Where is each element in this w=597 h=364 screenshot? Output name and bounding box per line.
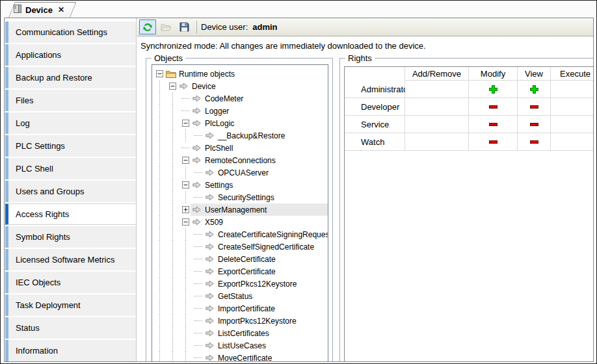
tree-node-body: DeleteCertificate (204, 253, 328, 265)
rights-cell-administrator-modify[interactable] (469, 81, 518, 98)
rights-cell-administrator-add-remove[interactable] (405, 81, 469, 98)
rights-cell-developer-modify[interactable] (469, 98, 518, 116)
tree-node-getstatus[interactable]: GetStatus (152, 290, 328, 302)
sidebar-item-users-and-groups[interactable]: Users and Groups (5, 181, 136, 202)
tree-node-runtime-objects[interactable]: Runtime objects (152, 68, 328, 80)
tree-node-body: MoveCertificate (204, 352, 328, 362)
tree-node-label: SecuritySettings (218, 193, 277, 202)
rights-cell-developer-view[interactable] (518, 98, 551, 116)
tree-node-label: OPCUAServer (218, 168, 271, 177)
tree-node-deletecertificate[interactable]: DeleteCertificate (152, 253, 328, 265)
arrow-icon (204, 194, 215, 201)
rights-cell-developer-execute[interactable] (551, 98, 594, 116)
tree-node-listusecases[interactable]: ListUseCases (152, 339, 328, 352)
rights-cell-watch-execute[interactable] (551, 133, 594, 151)
save-button[interactable] (176, 20, 192, 34)
sidebar-item-applications[interactable]: Applications (5, 44, 136, 66)
sync-mode-status: Synchronized mode: All changes are immed… (140, 41, 426, 51)
tree-node-body: ExportCertificate (204, 265, 328, 278)
arrow-icon (204, 243, 215, 250)
tree-node-plcshell[interactable]: PlcShell (152, 142, 328, 154)
expander-plus-icon[interactable] (180, 203, 191, 216)
sidebar-item-information[interactable]: Information (5, 340, 136, 361)
close-icon[interactable]: ✕ (57, 5, 64, 14)
arrow-icon (191, 206, 202, 213)
sidebar-item-access-rights[interactable]: Access Rights (5, 203, 136, 225)
toolbar-buttons (139, 20, 194, 34)
tree-node-exportcertificate[interactable]: ExportCertificate (152, 265, 328, 278)
tree-node-remoteconnections[interactable]: RemoteConnections (152, 154, 328, 166)
rights-cell-administrator-view[interactable] (518, 81, 551, 98)
sidebar-item-symbol-rights[interactable]: Symbol Rights (5, 226, 136, 248)
sidebar-item-label: PLC Settings (16, 141, 65, 151)
rights-cell-watch-add-remove[interactable] (405, 133, 469, 151)
sidebar-item-label: Applications (16, 50, 61, 60)
tree-node-importcertificate[interactable]: ImportCertificate (152, 302, 328, 315)
tree-leaf-connector (193, 228, 204, 240)
sidebar-item-communication-settings[interactable]: Communication Settings (5, 21, 136, 43)
rights-cell-watch-view[interactable] (518, 133, 551, 151)
tree-node-backup-restore[interactable]: __Backup&Restore (152, 129, 328, 142)
sidebar-item-files[interactable]: Files (5, 90, 136, 111)
tree-indent-guide (154, 105, 167, 117)
tree-node-label: ImportCertificate (218, 304, 278, 313)
tree-node-device[interactable]: Device (152, 80, 328, 92)
expander-minus-icon[interactable] (180, 216, 191, 228)
tree-node-label: ListCertificates (218, 329, 272, 338)
tree-node-settings[interactable]: Settings (152, 179, 328, 191)
sidebar-item-log[interactable]: Log (5, 112, 136, 134)
sidebar-item-plc-shell[interactable]: PLC Shell (5, 158, 136, 179)
tree-node-securitysettings[interactable]: SecuritySettings (152, 191, 328, 203)
tree-node-logger[interactable]: Logger (152, 105, 328, 117)
tree-indent-guide (167, 352, 180, 362)
open-folder-button[interactable] (157, 20, 174, 34)
refresh-button[interactable] (139, 20, 156, 34)
sidebar-item-plc-settings[interactable]: PLC Settings (5, 135, 136, 157)
expander-minus-icon[interactable] (180, 179, 191, 191)
arrow-icon (204, 330, 215, 337)
tree-node-usermanagement[interactable]: UserManagement (152, 203, 328, 216)
tree-leaf-connector (193, 327, 204, 339)
sidebar-item-licensed-software-metrics[interactable]: Licensed Software Metrics (5, 249, 136, 270)
tree-node-label: PlcShell (205, 144, 235, 153)
arrow-icon (204, 231, 215, 238)
rights-cell-service-add-remove[interactable] (405, 116, 469, 133)
tree-node-plclogic[interactable]: PlcLogic (152, 117, 328, 129)
tree-node-opcuaserver[interactable]: OPCUAServer (152, 166, 328, 179)
tree-node-listcertificates[interactable]: ListCertificates (152, 327, 328, 339)
tree-node-createselfsignedcertificate[interactable]: CreateSelfSignedCertificate (152, 240, 328, 253)
tree-indent-guide (154, 339, 167, 352)
sidebar-item-iec-objects[interactable]: IEC Objects (5, 272, 136, 293)
tree-node-codemeter[interactable]: CodeMeter (152, 92, 328, 105)
expander-minus-icon[interactable] (154, 68, 165, 80)
rights-cell-administrator-execute[interactable] (551, 81, 594, 98)
tree-node-label: Device (192, 82, 219, 91)
rights-cell-service-execute[interactable] (551, 116, 594, 133)
tree-indent-guide (180, 166, 193, 179)
tree-node-createcertificatesigningrequest[interactable]: CreateCertificateSigningRequest (152, 228, 328, 240)
objects-tree: Runtime objectsDeviceCodeMeterLoggerPlcL… (152, 64, 328, 362)
sidebar-item-label: Licensed Software Metrics (16, 255, 114, 265)
rights-cell-service-view[interactable] (518, 116, 551, 133)
expander-minus-icon[interactable] (167, 80, 178, 92)
tree-indent-guide (180, 339, 193, 352)
expander-minus-icon[interactable] (180, 117, 191, 129)
sidebar-item-backup-and-restore[interactable]: Backup and Restore (5, 67, 136, 88)
tab-device[interactable]: Device ✕ (8, 2, 70, 18)
tree-node-exportpkcs12keystore[interactable]: ExportPkcs12Keystore (152, 278, 328, 290)
tree-leaf-connector (193, 339, 204, 352)
tree-node-body: Device (178, 80, 328, 92)
minus-permission-icon (530, 123, 538, 126)
tree-indent-guide (167, 203, 180, 216)
rights-cell-watch-modify[interactable] (469, 133, 518, 151)
refresh-icon (142, 22, 153, 32)
sidebar-item-status[interactable]: Status (5, 317, 136, 339)
tree-indent-guide (180, 228, 193, 240)
tree-node-movecertificate[interactable]: MoveCertificate (152, 352, 328, 362)
rights-cell-service-modify[interactable] (469, 116, 518, 133)
sidebar-item-task-deployment[interactable]: Task Deployment (5, 294, 136, 316)
rights-cell-developer-add-remove[interactable] (405, 98, 469, 116)
tree-node-x509[interactable]: X509 (152, 216, 328, 228)
tree-node-importpkcs12keystore[interactable]: ImportPkcs12Keystore (152, 315, 328, 327)
expander-minus-icon[interactable] (180, 154, 191, 166)
